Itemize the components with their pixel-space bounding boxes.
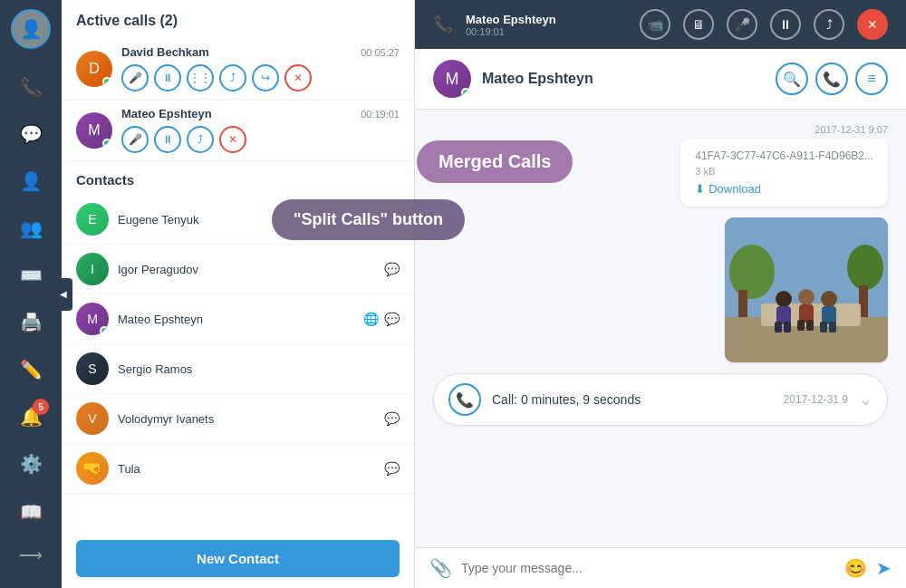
contact-name-mateo2: Mateo Epshteyn — [118, 313, 354, 326]
call-avatar-mateo: M — [76, 112, 112, 149]
contact-icons-tula: 💬 — [384, 461, 400, 476]
call-record-time: 2017-12-31 9 — [784, 393, 848, 406]
pause-icon: ⏸ — [162, 72, 173, 84]
hold-btn-top[interactable]: ⏸ — [770, 9, 801, 40]
svg-point-15 — [821, 291, 837, 307]
menu-btn[interactable]: ≡ — [855, 63, 888, 95]
end-call-btn-top[interactable]: ✕ — [857, 9, 888, 40]
message-input[interactable] — [461, 561, 835, 575]
share-btn-mateo[interactable]: ⤴ — [187, 126, 214, 153]
chat-input-bar: 📎 😊 ➤ — [415, 547, 906, 588]
mic-icon-top: 🎤 — [735, 17, 750, 32]
end-call-icon: ✕ — [294, 72, 303, 84]
contact-avatar-sergio: S — [76, 352, 109, 385]
chat-icon: 💬 — [384, 411, 400, 426]
contact-icon: 👤 — [20, 170, 43, 192]
contact-item-mateo2[interactable]: M Mateo Epshteyn 🌐 💬 — [62, 294, 414, 344]
dialpad-btn-david[interactable]: ⋮⋮ — [187, 64, 214, 92]
download-link[interactable]: ⬇ Download — [695, 182, 873, 196]
sidebar-item-dialpad[interactable]: ⌨️ — [11, 255, 51, 295]
call-item-david: D David Bechkam 🎤 ⏸ ⋮⋮ ⤴ ↪ ✕ 00:05:27 — [62, 38, 414, 100]
call-time-david: 00:05:27 — [361, 47, 400, 58]
sidebar-item-notifications[interactable]: 🔔 5 — [11, 397, 51, 437]
image-bubble — [725, 217, 888, 362]
video-btn[interactable]: 📹 — [640, 9, 670, 40]
chat-header: M Mateo Epshteyn 🔍 📞 ≡ — [415, 49, 906, 110]
chat-messages: 2017-12-31 9:07 41FA7-3C77-47C6-A911-F4D… — [415, 110, 906, 547]
new-contact-button[interactable]: New Contact — [76, 540, 400, 577]
chat-contact-online — [461, 88, 470, 97]
attach-button[interactable]: 📎 — [429, 557, 452, 579]
hangup-btn-mateo[interactable]: ✕ — [219, 126, 246, 153]
screen-share-btn[interactable]: 🖥 — [683, 9, 714, 40]
phone-icon: 📞 — [20, 76, 43, 98]
file-size: 3 kB — [695, 166, 873, 177]
contact-icons-igor: 💬 — [384, 262, 400, 276]
contact-item-igor[interactable]: I Igor Peragudov 💬 — [62, 245, 414, 294]
chevron-down-icon[interactable]: ⌄ — [859, 390, 872, 410]
end-call-icon: ✕ — [228, 133, 237, 146]
dialpad-icon: ⌨️ — [20, 265, 43, 286]
call-name-david: David Bechkam — [121, 45, 400, 59]
contact-item-sergio[interactable]: S Sergio Ramos — [62, 344, 414, 394]
sidebar-item-logout[interactable]: ⟶ — [11, 535, 51, 575]
message-date-file: 2017-12-31 9:07 — [814, 124, 888, 135]
hangup-btn-david[interactable]: ✕ — [284, 64, 312, 92]
call-item-mateo: M Mateo Epshteyn 🎤 ⏸ ⤴ ✕ 00:19:01 — [62, 100, 414, 161]
svg-rect-14 — [806, 320, 814, 331]
left-panel: Active calls (2) D David Bechkam 🎤 ⏸ ⋮⋮ … — [62, 0, 415, 588]
call-avatar-david: D — [76, 51, 112, 87]
phone-icon-top: 📞 — [433, 14, 453, 34]
forward-btn-david[interactable]: ↪ — [252, 64, 279, 92]
call-record-phone-icon: 📞 — [448, 383, 481, 416]
call-controls-mateo: 🎤 ⏸ ⤴ ✕ — [121, 126, 400, 153]
sidebar: 👤 📞 💬 👤 👥 ⌨️ ◀ 🖨️ ✏️ 🔔 5 ⚙️ 📖 ⟶ — [0, 0, 62, 588]
sidebar-item-phone[interactable]: 📞 — [11, 67, 51, 107]
contact-avatar-tula: 🤜 — [76, 452, 109, 485]
call-btn[interactable]: 📞 — [815, 63, 848, 95]
send-button[interactable]: ➤ — [876, 557, 892, 579]
share-btn-top[interactable]: ⤴ — [814, 9, 844, 40]
contact-name-igor: Igor Peragudov — [118, 263, 375, 276]
mute-btn-david[interactable]: 🎤 — [121, 64, 149, 92]
sidebar-item-sign[interactable]: ✏️ — [11, 350, 51, 390]
hold-btn-david[interactable]: ⏸ — [154, 64, 181, 92]
online-indicator-mateo — [102, 139, 111, 148]
book-icon: 📖 — [20, 501, 43, 523]
contact-name-volodymyr: Volodymyr Ivanets — [118, 412, 375, 426]
user-avatar[interactable]: 👤 — [11, 9, 51, 49]
contact-item-tula[interactable]: 🤜 Tula 💬 — [62, 444, 414, 494]
chevron-left-icon: ◀ — [60, 289, 67, 299]
sidebar-item-fax[interactable]: 🖨️ — [11, 303, 51, 342]
mute-btn-mateo[interactable]: 🎤 — [121, 126, 149, 153]
call-info-mateo: Mateo Epshteyn 🎤 ⏸ ⤴ ✕ — [121, 107, 400, 153]
contact-item-eugene[interactable]: E Eugene Tenyuk — [62, 195, 414, 245]
call-record: 📞 Call: 0 minutes, 9 seconds 2017-12-31 … — [433, 373, 888, 426]
message-file: 2017-12-31 9:07 41FA7-3C77-47C6-A911-F4D… — [433, 124, 888, 207]
call-time-mateo: 00:19:01 — [361, 109, 400, 120]
sidebar-item-settings[interactable]: ⚙️ — [11, 444, 51, 484]
contact-item-volodymyr[interactable]: V Volodymyr Ivanets 💬 — [62, 394, 414, 444]
sidebar-collapse-btn[interactable]: ◀ — [54, 278, 72, 311]
chat-contact-name: Mateo Epshteyn — [482, 71, 765, 87]
image-content — [725, 217, 888, 362]
hold-btn-mateo[interactable]: ⏸ — [154, 126, 181, 153]
contacts-header: Contacts — [62, 161, 414, 195]
online-indicator — [102, 77, 111, 86]
share-icon: ⤴ — [198, 133, 203, 146]
sidebar-item-chat[interactable]: 💬 — [11, 114, 51, 154]
contact-name-eugene: Eugene Tenyuk — [118, 213, 390, 227]
search-icon: 🔍 — [783, 71, 801, 88]
mute-btn-top[interactable]: 🎤 — [727, 9, 757, 40]
transfer-btn-david[interactable]: ⤴ — [219, 64, 246, 92]
right-panel: 📞 Mateo Epshteyn 00:19:01 📹 🖥 🎤 ⏸ ⤴ ✕ M … — [415, 0, 906, 588]
sidebar-item-contacts[interactable]: 👤 — [11, 161, 51, 201]
sidebar-item-book[interactable]: 📖 — [11, 492, 51, 532]
contact-icons-mateo2: 🌐 💬 — [363, 312, 400, 326]
emoji-button[interactable]: 😊 — [844, 557, 867, 579]
search-btn[interactable]: 🔍 — [776, 63, 808, 95]
sidebar-item-group[interactable]: 👥 — [11, 208, 51, 248]
svg-rect-17 — [820, 322, 827, 333]
contact-icons-volodymyr: 💬 — [384, 411, 400, 426]
svg-rect-10 — [784, 322, 791, 333]
